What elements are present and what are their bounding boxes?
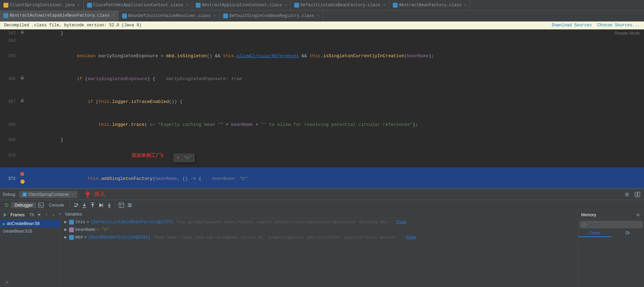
frames-label: Frames <box>10 212 25 217</box>
tab-label-5: AbstractBeanFactory.class <box>399 3 461 8</box>
memory-search-input[interactable] <box>580 221 643 228</box>
tab-bar-row2: AbstractAutowireCapableBeanFactory.class… <box>0 11 644 21</box>
breakpoint-area-366[interactable] <box>19 68 25 90</box>
memory-controls <box>635 212 641 218</box>
debug-panel: Debug: C ClientSpringContainer × 步入 <box>0 188 644 287</box>
console-icon <box>38 202 44 208</box>
variables-panel: Variables ▶ this = {DefaultListableBeanF… <box>61 210 578 287</box>
right-panel: Memory Count Di <box>578 210 644 287</box>
tab-bean-definition-value[interactable]: BeanDefinitionValueResolver.class × <box>119 11 220 21</box>
run-to-cursor-button[interactable] <box>97 201 105 209</box>
tab-close-4[interactable]: × <box>383 3 385 7</box>
svg-rect-7 <box>635 192 637 197</box>
code-scroll[interactable]: 363 } 364 365 boolean earlySingletonExp <box>0 29 644 188</box>
threads-dropdown-arrow: ▼ <box>38 213 40 217</box>
breakpoint-area-368[interactable] <box>19 113 25 136</box>
download-sources-link[interactable]: Download Sources <box>552 23 592 28</box>
tab-label-1: ClientSpringContainer.java <box>10 3 75 8</box>
var-eq-this: = <box>87 220 89 225</box>
breakpoint-area-371[interactable] <box>19 167 25 188</box>
threads-dropdown-button[interactable]: ▼ <box>38 212 41 218</box>
breakpoint-area-369[interactable] <box>19 136 25 144</box>
force-step-into-button[interactable] <box>105 201 113 209</box>
var-eq-mbd: = <box>84 235 87 240</box>
restart-icon <box>4 202 9 208</box>
tab-classpathxml[interactable]: ClassPathXmlApplicationContext.class × <box>84 0 192 10</box>
code-line-371: 371 this.addSingletonFactory(beanName, (… <box>0 167 644 188</box>
tab-close-6[interactable]: × <box>112 14 115 18</box>
breakpoint-area-363[interactable] <box>19 29 25 37</box>
frame-up-button[interactable]: ↑ <box>43 212 50 218</box>
frame-down-button[interactable]: ↓ <box>51 212 57 218</box>
frame-label-1: doCreateBean:58 <box>7 221 40 226</box>
debug-settings-button[interactable] <box>623 191 631 198</box>
add-watch-button[interactable]: + <box>4 280 10 286</box>
tab-close-8[interactable]: × <box>317 14 320 18</box>
customize-button[interactable] <box>126 201 134 209</box>
breakpoint-area-364[interactable] <box>19 37 25 45</box>
memory-label[interactable]: Memory <box>581 212 596 217</box>
step-out-button[interactable] <box>89 201 96 209</box>
restart-debug-button[interactable] <box>3 201 10 209</box>
tab-default-singleton-bean[interactable]: DefaultSingletonBeanRegistry.class × <box>220 11 323 21</box>
var-row-beanname[interactable]: ▶ beanName = "b" <box>61 226 578 234</box>
debug-layout-button[interactable] <box>634 191 641 198</box>
choose-sources-link[interactable]: Choose Sources... <box>598 23 640 28</box>
breakpoint-area-370[interactable] <box>19 144 25 167</box>
tab-abstract-bean-factory[interactable]: AbstractBeanFactory.class × <box>389 0 471 10</box>
memory-settings-icon <box>636 212 641 217</box>
var-link-this[interactable]: View <box>396 220 406 225</box>
line-num-368: 368 <box>0 113 19 136</box>
view-table-button[interactable] <box>118 201 125 209</box>
step-over-button[interactable] <box>72 201 80 209</box>
tab-close-5[interactable]: × <box>464 3 467 7</box>
code-line-363: 363 } <box>0 29 644 37</box>
tab-abstract-application[interactable]: AbstractApplicationContext.class × <box>192 0 291 10</box>
frame-filter-button[interactable] <box>58 212 61 218</box>
var-icon-beanname <box>69 227 74 232</box>
run-cursor-icon <box>98 202 104 208</box>
tab-abstract-autowire[interactable]: AbstractAutowireCapableBeanFactory.class… <box>0 11 119 21</box>
console-tab[interactable]: Console <box>45 202 68 208</box>
tab-close-7[interactable]: × <box>213 14 216 18</box>
code-line-369: 369 } <box>0 136 644 144</box>
line-num-365: 365 <box>0 45 19 68</box>
count-tab[interactable]: Count <box>578 229 611 237</box>
breakpoint-area-367[interactable] <box>19 90 25 113</box>
frame-label-2: createBean:516 <box>3 229 32 234</box>
var-desc-this: "org.springframework.beans.factory.suppo… <box>176 220 393 224</box>
tab-client-spring-container[interactable]: ClientSpringContainer.java × <box>0 0 84 10</box>
lock-icon-363 <box>20 29 25 34</box>
tab-close-2[interactable]: × <box>186 3 188 7</box>
tab-icon-6 <box>3 13 8 18</box>
settings-icon <box>624 192 630 197</box>
frame-item-docreatebean[interactable]: ▶ doCreateBean:58 <box>0 220 60 227</box>
line-num-369: 369 <box>0 136 19 144</box>
svg-rect-1 <box>21 77 24 79</box>
var-link-mbd[interactable]: View <box>406 235 416 240</box>
threads-label: Th <box>29 212 34 217</box>
debugger-tab[interactable]: Debugger <box>11 202 36 208</box>
breakpoint-area-365[interactable] <box>19 45 25 68</box>
tab-icon-4 <box>294 3 299 8</box>
tab-close-1[interactable]: × <box>77 3 80 7</box>
var-row-this[interactable]: ▶ this = {DefaultListableBeanFactory@175… <box>61 218 578 226</box>
tab-bar-row1: ClientSpringContainer.java × ClassPathXm… <box>0 0 644 11</box>
console-icon-button[interactable] <box>37 201 45 209</box>
tab-close-3[interactable]: × <box>285 3 287 7</box>
count-tabs: Count Di <box>578 229 644 237</box>
frame-item-createbean[interactable]: createBean:516 <box>0 227 60 235</box>
dis-tab[interactable]: Di <box>611 229 644 237</box>
tab-defaultlistable[interactable]: DefaultListableBeanFactory.class × <box>291 0 389 10</box>
memory-settings-button[interactable] <box>635 212 641 218</box>
play-button[interactable] <box>3 212 8 218</box>
var-row-mbd[interactable]: ▶ mbd = {RootBeanDefinition@2501} "Root … <box>61 234 578 241</box>
debug-session-close[interactable]: × <box>72 192 74 197</box>
svg-marker-28 <box>4 213 7 217</box>
debug-session-tab[interactable]: C ClientSpringContainer × <box>19 191 77 198</box>
code-cell-371: this.addSingletonFactory(beanName, () ->… <box>25 167 644 188</box>
tab-icon-5 <box>393 3 398 8</box>
tab-icon-8 <box>223 14 228 18</box>
step-into-button[interactable] <box>80 201 88 209</box>
breakpoint-dot-371 <box>20 172 24 176</box>
